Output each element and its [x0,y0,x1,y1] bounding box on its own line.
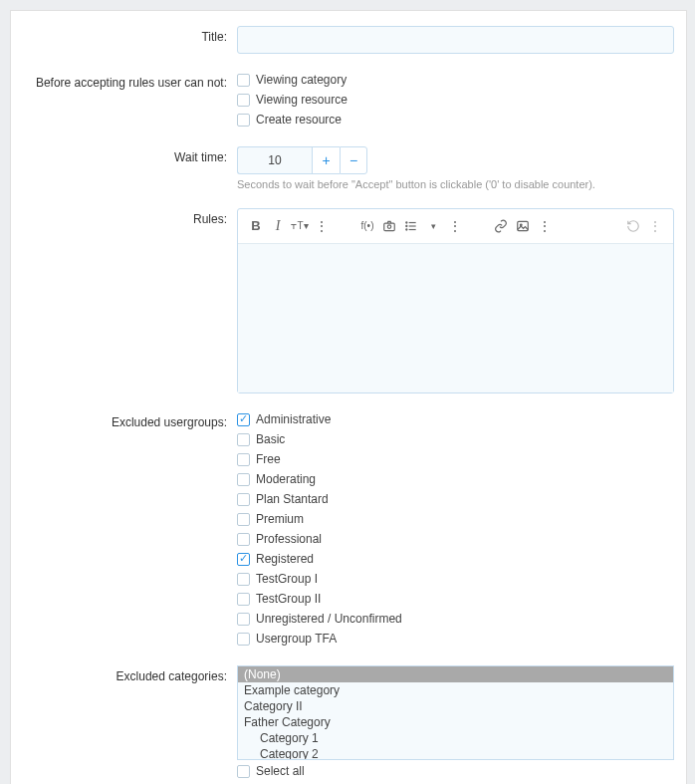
italic-icon[interactable]: I [268,216,288,236]
row-usergroups: Excluded usergroups: AdministrativeBasic… [23,411,674,648]
svg-rect-8 [518,221,529,230]
usergroup-1-label: Basic [256,431,285,448]
wait-time-hint: Seconds to wait before "Accept" button i… [237,178,674,190]
usergroup-3-checkbox[interactable] [237,473,250,486]
usergroups-group: AdministrativeBasicFreeModeratingPlan St… [237,411,674,648]
rules-editor: B I ᴛT▾ ⋮ f(•) [237,208,674,393]
link-icon[interactable] [491,216,511,236]
usergroup-5-checkbox[interactable] [237,513,250,526]
svg-point-1 [387,224,391,228]
form-body: Title: Before accepting rules user can n… [11,11,686,784]
usergroup-2-label: Free [256,451,281,468]
category-option-1[interactable]: Example category [238,682,673,698]
svg-point-6 [406,225,407,226]
image-icon[interactable] [513,216,533,236]
editor-toolbar: B I ᴛT▾ ⋮ f(•) [238,209,673,243]
usergroup-8-checkbox[interactable] [237,573,250,586]
usergroup-3-label: Moderating [256,471,316,488]
row-title: Title: [23,26,674,54]
usergroup-4-label: Plan Stantard [256,491,329,508]
categories-listbox[interactable]: (None)Example categoryCategory IIFather … [237,665,674,760]
svg-point-7 [406,228,407,229]
category-option-4[interactable]: Category 1 [238,730,673,746]
usergroup-9-checkbox[interactable] [237,593,250,606]
fx-icon[interactable]: f(•) [357,216,377,236]
wait-time-spinner: + − [237,146,674,174]
label-before-accept: Before accepting rules user can not: [23,72,237,90]
usergroup-11-checkbox[interactable] [237,633,250,646]
usergroup-10-label: Unregistered / Unconfirmed [256,611,402,628]
usergroup-9-label: TestGroup II [256,591,321,608]
usergroup-6-label: Professional [256,531,322,548]
before-accept-group: Viewing categoryViewing resourceCreate r… [237,72,674,129]
before-opt-0-label: Viewing category [256,72,347,89]
before-opt-1-label: Viewing resource [256,92,348,109]
wait-time-input[interactable] [237,146,312,174]
label-categories: Excluded categories: [23,665,237,683]
label-wait-time: Wait time: [23,146,237,164]
usergroup-4-checkbox[interactable] [237,493,250,506]
field-wait-time: + − Seconds to wait before "Accept" butt… [237,146,674,190]
usergroup-0-checkbox[interactable] [237,413,250,426]
category-option-3[interactable]: Father Category [238,714,673,730]
label-rules: Rules: [23,208,237,226]
list-dropdown-icon[interactable]: ▾ [423,216,443,236]
usergroup-7-label: Registered [256,551,314,568]
title-input[interactable] [237,26,674,54]
row-before-accept: Before accepting rules user can not: Vie… [23,72,674,129]
field-rules: B I ᴛT▾ ⋮ f(•) [237,208,674,393]
fontsize-icon[interactable]: ᴛT▾ [290,216,310,236]
more-format-icon[interactable]: ⋮ [312,216,332,236]
usergroup-10-checkbox[interactable] [237,613,250,626]
category-option-2[interactable]: Category II [238,698,673,714]
usergroup-1-checkbox[interactable] [237,433,250,446]
rules-textarea[interactable] [238,243,673,392]
more-media-icon[interactable]: ⋮ [535,216,555,236]
select-all-checkbox[interactable] [237,765,250,778]
form-container: Title: Before accepting rules user can n… [10,10,687,784]
select-all-label: Select all [256,763,305,780]
wait-time-decrement[interactable]: − [340,146,367,174]
usergroup-11-label: Usergroup TFA [256,631,337,648]
row-rules: Rules: B I ᴛT▾ ⋮ f(•) [23,208,674,393]
usergroup-0-label: Administrative [256,411,331,428]
usergroup-6-checkbox[interactable] [237,533,250,546]
usergroup-2-checkbox[interactable] [237,453,250,466]
before-opt-0-checkbox[interactable] [237,74,250,87]
usergroup-7-checkbox[interactable] [237,553,250,566]
before-opt-2-checkbox[interactable] [237,114,250,127]
svg-point-5 [406,221,407,222]
usergroup-5-label: Premium [256,511,304,528]
label-usergroups: Excluded usergroups: [23,411,237,429]
label-title: Title: [23,26,237,44]
before-opt-1-checkbox[interactable] [237,94,250,107]
usergroup-8-label: TestGroup I [256,571,318,588]
svg-rect-0 [384,223,395,231]
field-title [237,26,674,54]
field-categories: (None)Example categoryCategory IIFather … [237,665,674,780]
list-icon[interactable] [401,216,421,236]
before-opt-2-label: Create resource [256,112,342,129]
bold-icon[interactable]: B [246,216,266,236]
more-history-icon[interactable]: ⋮ [645,216,665,236]
camera-icon[interactable] [379,216,399,236]
row-categories: Excluded categories: (None)Example categ… [23,665,674,780]
category-option-0[interactable]: (None) [238,666,673,682]
category-option-5[interactable]: Category 2 [238,746,673,760]
undo-icon[interactable] [623,216,643,236]
more-insert-icon[interactable]: ⋮ [445,216,465,236]
wait-time-increment[interactable]: + [312,146,340,174]
row-wait-time: Wait time: + − Seconds to wait before "A… [23,146,674,190]
